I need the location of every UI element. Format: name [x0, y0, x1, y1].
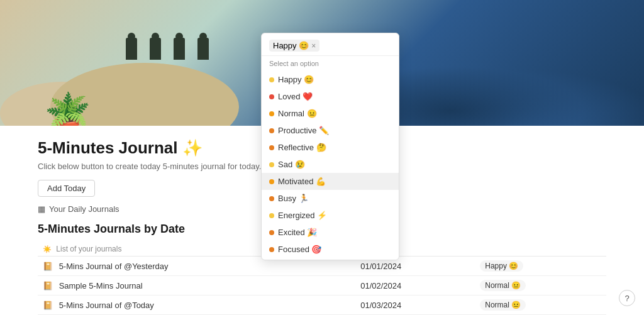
option-dot: [269, 94, 274, 99]
journal-icon: 📔: [43, 301, 53, 310]
col-header-mood: [475, 242, 606, 257]
row-name-cell: 📔 Sample 5-Mins Journal: [38, 276, 355, 296]
help-button[interactable]: ?: [619, 290, 635, 306]
dropdown-option[interactable]: Excited 🎉: [262, 224, 399, 241]
option-dot: [269, 230, 274, 235]
option-dot: [269, 213, 274, 218]
journal-icon: 📔: [43, 262, 53, 271]
table-row[interactable]: 📔 5-Mins Journal of @Today 01/03/2024 No…: [38, 296, 606, 315]
figure-2: [150, 38, 161, 60]
figure-3: [174, 38, 185, 60]
dropdown-option[interactable]: Busy 🏃: [262, 190, 399, 207]
plant-icon: 🪴: [44, 94, 91, 126]
row-mood-cell: Normal 😐: [475, 276, 606, 296]
mood-dropdown[interactable]: Happy 😊 × Select an option Happy 😊 Loved…: [261, 33, 399, 260]
dropdown-option[interactable]: Inspired 💡: [262, 258, 399, 260]
row-date-cell: 01/03/2024: [355, 296, 475, 315]
option-label: Normal 😐: [278, 109, 317, 118]
figure-1: [126, 38, 137, 60]
dropdown-option[interactable]: Reflective 🤔: [262, 139, 399, 156]
option-label: Busy 🏃: [278, 194, 309, 203]
dropdown-option[interactable]: Loved ❤️: [262, 88, 399, 105]
figure-4: [197, 38, 209, 60]
option-dot: [269, 111, 274, 116]
dropdown-option[interactable]: Happy 😊: [262, 71, 399, 88]
row-mood-cell: Happy 😊: [475, 257, 606, 276]
dropdown-option[interactable]: Focused 🎯: [262, 241, 399, 258]
option-dot: [269, 162, 274, 167]
mood-badge: Normal 😐: [480, 280, 526, 291]
dropdown-option[interactable]: Productive ✏️: [262, 122, 399, 139]
table-row[interactable]: 📔 Sample 5-Mins Journal 01/02/2024 Norma…: [38, 276, 606, 296]
option-dot: [269, 247, 274, 252]
option-label: Loved ❤️: [278, 92, 313, 101]
dropdown-prompt: Select an option: [262, 56, 399, 71]
section-link-label: Your Daily Journals: [49, 204, 119, 214]
col-name-label: List of your journals: [56, 245, 121, 253]
option-label: Happy 😊: [278, 75, 314, 84]
option-dot: [269, 128, 274, 133]
row-name: Sample 5-Mins Journal: [59, 281, 143, 290]
option-label: Sad 😢: [278, 160, 305, 169]
selected-mood-label: Happy 😊: [273, 41, 309, 50]
figures-decoration: [126, 38, 209, 60]
dropdown-option[interactable]: Motivated 💪: [262, 173, 399, 190]
dropdown-option[interactable]: Sad 😢: [262, 156, 399, 173]
option-label: Excited 🎉: [278, 228, 317, 237]
journal-icon: 📔: [43, 281, 53, 290]
option-dot: [269, 145, 274, 150]
row-mood-cell: Normal 😐: [475, 296, 606, 315]
mood-badge: Normal 😐: [480, 299, 526, 311]
row-name: 5-Mins Journal of @Yesterday: [59, 262, 169, 271]
dropdown-option[interactable]: Energized ⚡: [262, 207, 399, 224]
option-dot: [269, 179, 274, 184]
sun-icon: ☀️: [43, 245, 52, 253]
add-today-button[interactable]: Add Today: [38, 180, 95, 197]
row-date: 01/03/2024: [360, 301, 401, 310]
option-label: Productive ✏️: [278, 126, 329, 135]
option-dot: [269, 77, 274, 82]
grid-icon: ▦: [38, 204, 45, 214]
dropdown-options-list: Happy 😊 Loved ❤️ Normal 😐 Productive ✏️ …: [262, 71, 399, 260]
option-label: Reflective 🤔: [278, 143, 326, 152]
tag-close-button[interactable]: ×: [311, 41, 316, 50]
mood-badge: Happy 😊: [480, 260, 523, 272]
dropdown-header: Happy 😊 ×: [262, 33, 399, 56]
row-date: 01/02/2024: [360, 281, 401, 290]
option-label: Energized ⚡: [278, 211, 327, 220]
row-name: 5-Mins Journal of @Today: [59, 301, 154, 310]
option-dot: [269, 196, 274, 201]
row-name-cell: 📔 5-Mins Journal of @Today: [38, 296, 355, 315]
option-label: Focused 🎯: [278, 245, 321, 254]
row-date: 01/01/2024: [360, 262, 401, 271]
row-date-cell: 01/02/2024: [355, 276, 475, 296]
dropdown-option[interactable]: Normal 😐: [262, 105, 399, 122]
option-label: Motivated 💪: [278, 177, 326, 186]
selected-mood-tag: Happy 😊 ×: [269, 40, 319, 52]
